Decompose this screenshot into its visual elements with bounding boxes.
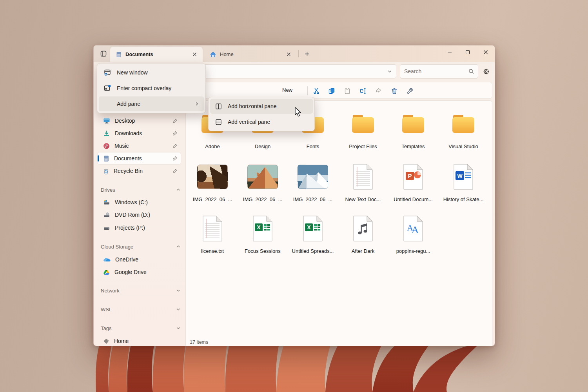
minimize-button[interactable]: [441, 45, 459, 59]
new-button[interactable]: New: [282, 87, 292, 93]
close-window-button[interactable]: [477, 45, 495, 59]
sidebar-item-dvd-d[interactable]: DVD Rom (D:): [98, 209, 181, 221]
settings-button[interactable]: [480, 65, 492, 78]
sidebar-item-desktop[interactable]: Desktop: [98, 115, 181, 127]
new-tab-button[interactable]: [301, 49, 312, 59]
sidebar-section-cloud-storage[interactable]: Cloud Storage: [101, 241, 181, 252]
file-item[interactable]: X Focus Sessions: [238, 212, 288, 254]
sidebar-item-projects-p[interactable]: Projects (P:): [98, 222, 181, 234]
sidebar-item-google-drive[interactable]: Google Drive: [98, 266, 181, 278]
file-item[interactable]: IMG_2022_06_...: [187, 160, 238, 202]
file-item[interactable]: license.txt: [187, 212, 238, 254]
menu-item-label: Enter compact overlay: [117, 85, 199, 91]
menu-item-new-window[interactable]: New window: [99, 65, 204, 80]
close-icon: [192, 52, 197, 56]
paste-button[interactable]: [341, 85, 354, 97]
section-label: Tags: [101, 325, 176, 331]
sidebar-item-label: Documents: [114, 155, 168, 162]
file-label: Design: [238, 143, 288, 149]
panes-icon: [100, 50, 107, 57]
pin-icon[interactable]: [172, 131, 178, 136]
tab-separator: [298, 50, 299, 57]
sidebar-item-label: Music: [114, 143, 168, 149]
pin-icon[interactable]: [172, 169, 178, 174]
sidebar-item-home-tag[interactable]: Home: [98, 335, 181, 346]
file-label: Adobe: [187, 143, 238, 149]
chevron-down-icon[interactable]: [176, 307, 181, 312]
rename-button[interactable]: [357, 85, 369, 97]
menu-item-enter-compact-overlay[interactable]: Enter compact overlay: [99, 81, 204, 96]
paste-icon: [344, 87, 351, 94]
tab-close-button[interactable]: [190, 50, 199, 59]
chevron-up-icon[interactable]: [176, 187, 181, 192]
file-item[interactable]: A A poppins-regu...: [388, 212, 438, 254]
menu-item-label: Add vertical pane: [228, 119, 308, 125]
sidebar-section-tags[interactable]: Tags: [101, 323, 181, 334]
sidebar-section-drives[interactable]: Drives: [101, 184, 181, 195]
file-item[interactable]: Templates: [388, 107, 438, 149]
chevron-down-icon[interactable]: [176, 326, 181, 330]
pin-icon[interactable]: [172, 156, 178, 161]
tab-home[interactable]: Home: [204, 47, 297, 62]
maximize-button[interactable]: [459, 45, 477, 59]
sidebar-item-recycle-bin[interactable]: Recycle Bin: [98, 165, 181, 177]
image-thumbnail: [298, 165, 328, 189]
file-explorer-window: Documents Home: [93, 45, 495, 346]
file-item[interactable]: X Untitled Spreads...: [288, 212, 338, 254]
file-item[interactable]: Visual Studio: [438, 107, 488, 149]
search-input[interactable]: Search: [400, 64, 478, 78]
word-file-icon: W: [454, 164, 473, 190]
copy-button[interactable]: [325, 85, 338, 97]
section-label: Drives: [101, 187, 176, 193]
menu-item-add-pane[interactable]: Add pane: [99, 96, 204, 111]
folder-icon: [451, 113, 476, 134]
windows-drive-icon: [103, 199, 110, 205]
toggle-sidebar-button[interactable]: [97, 47, 110, 60]
tab-label: Home: [220, 51, 234, 57]
chevron-down-icon[interactable]: [176, 288, 181, 293]
section-label: WSL: [101, 307, 176, 312]
toolbar-separator: [307, 86, 308, 95]
svg-text:W: W: [457, 173, 463, 179]
sidebar-item-onedrive[interactable]: OneDrive: [98, 254, 181, 265]
compact-overlay-icon: [103, 84, 111, 92]
window-controls: [441, 45, 495, 59]
file-item[interactable]: IMG_2022_06_...: [288, 160, 338, 202]
file-item[interactable]: After Dark: [338, 212, 388, 254]
file-item[interactable]: P Untitled Docum...: [388, 160, 438, 202]
maximize-icon: [465, 50, 470, 54]
file-label: Untitled Spreads...: [288, 248, 338, 254]
file-label: Untitled Docum...: [388, 196, 438, 202]
sidebar-item-documents[interactable]: Documents: [98, 152, 181, 164]
sidebar-item-windows-c[interactable]: Windows (C:): [98, 196, 181, 208]
svg-text:A: A: [412, 224, 419, 236]
pin-icon[interactable]: [172, 143, 178, 149]
file-item[interactable]: New Text Doc...: [338, 160, 388, 202]
share-button[interactable]: [372, 85, 385, 97]
file-label: IMG_2022_06_...: [288, 196, 338, 202]
file-item[interactable]: W History of Skate...: [438, 160, 488, 202]
sidebar-section-network[interactable]: Network: [101, 285, 181, 296]
chevron-right-icon: [194, 102, 199, 106]
sidebar-section-wsl[interactable]: WSL: [101, 304, 181, 315]
close-icon: [287, 52, 291, 56]
sidebar-item-label: Desktop: [115, 118, 168, 124]
properties-button[interactable]: [404, 85, 416, 97]
delete-button[interactable]: [388, 85, 401, 97]
pin-icon[interactable]: [172, 118, 178, 123]
excel-file-icon: X: [303, 216, 323, 241]
file-item[interactable]: IMG_2022_06_...: [238, 160, 288, 202]
file-item[interactable]: Project Files: [338, 107, 388, 149]
tab-documents[interactable]: Documents: [110, 47, 203, 62]
onedrive-icon: [103, 257, 111, 262]
status-items-count: 17 items: [190, 339, 208, 345]
sidebar-item-music[interactable]: Music: [98, 140, 181, 152]
file-label: Fonts: [288, 143, 338, 149]
cut-button[interactable]: [310, 85, 323, 97]
chevron-up-icon[interactable]: [176, 244, 181, 249]
text-file-icon: [203, 216, 222, 241]
tab-close-button[interactable]: [284, 50, 293, 59]
section-label: Network: [101, 288, 176, 294]
chevron-down-icon[interactable]: [387, 69, 392, 74]
sidebar-item-downloads[interactable]: Downloads: [98, 127, 181, 139]
